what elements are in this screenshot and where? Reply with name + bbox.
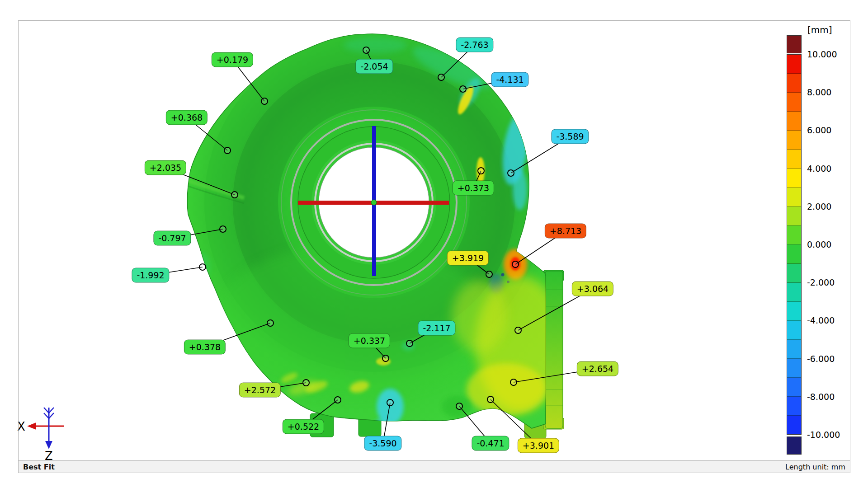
length-unit-status: Length unit: mm bbox=[785, 463, 845, 471]
status-bar: Best Fit Length unit: mm bbox=[19, 460, 850, 473]
viewport-frame: Best Fit Length unit: mm bbox=[18, 20, 850, 473]
alignment-status: Best Fit bbox=[23, 463, 55, 471]
